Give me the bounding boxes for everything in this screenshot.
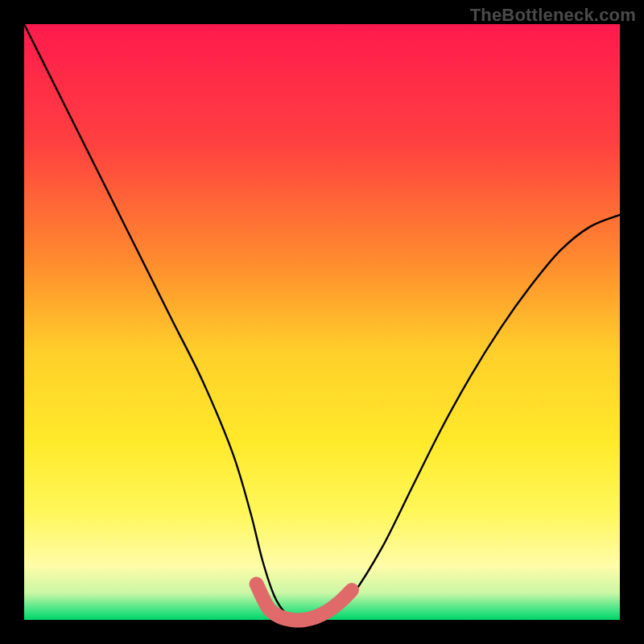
watermark-text: TheBottleneck.com [470,5,636,26]
bottleneck-plot [0,0,644,644]
plot-background [24,24,620,620]
chart-frame: TheBottleneck.com [0,0,644,644]
